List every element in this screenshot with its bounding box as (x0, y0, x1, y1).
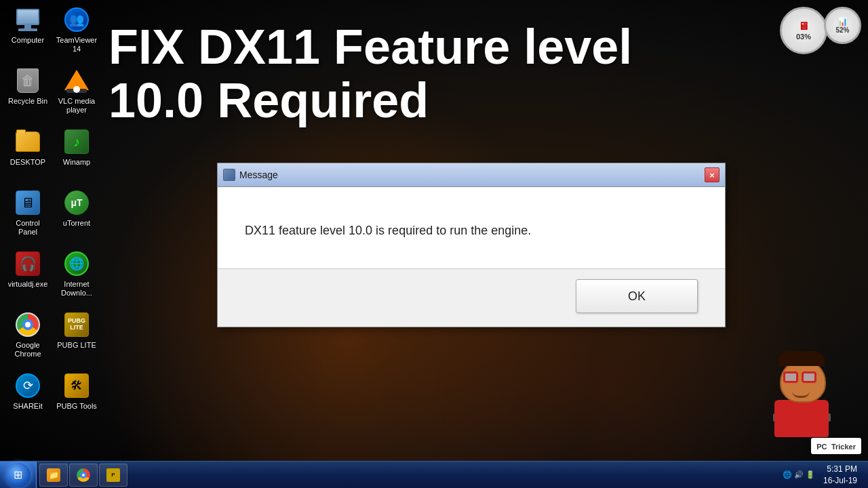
dialog-titlebar: Message × (218, 163, 725, 187)
icon-internet-dl-label: Internet Downlo... (55, 280, 98, 298)
icon-utorrent-label: uTorrent (63, 219, 90, 228)
icon-winamp[interactable]: ♪ Winamp (52, 125, 101, 186)
dialog-message-text: DX11 feature level 10.0 is required to r… (245, 222, 531, 239)
message-dialog: Message × DX11 feature level 10.0 is req… (217, 163, 726, 327)
taskbar: 📁 P 🌐 🔊 🔋 5:31 PM 16-Jul-19 (0, 461, 868, 488)
dialog-title-icon (223, 169, 235, 181)
icon-chrome-label: Google Chrome (6, 341, 50, 359)
start-button[interactable] (0, 462, 37, 489)
taskbar-items: 📁 P (37, 464, 777, 487)
pc-tricker-label: Tricker (831, 443, 856, 451)
icon-pubg-lite-label: PUBG LITE (57, 341, 96, 350)
icon-virtualdj-label: virtualdj.exe (8, 280, 48, 289)
tray-network-icon: 🌐 (783, 470, 792, 479)
desktop-icons: Computer 👥 TeamViewer 14 🗑 Recycle Bin V… (3, 3, 101, 430)
title-line1: FIX DX11 Feature level (108, 20, 632, 74)
icon-computer[interactable]: Computer (3, 3, 52, 64)
icon-control-panel[interactable]: 🖥 Control Panel (3, 186, 52, 247)
icon-virtualdj[interactable]: 🎧 virtualdj.exe (3, 247, 52, 308)
explorer-icon: 📁 (47, 468, 60, 482)
pc-tricker-mascot: PC Tricker (766, 346, 861, 454)
taskbar-clock: 5:31 PM 16-Jul-19 (818, 464, 863, 487)
tray-icons: 🌐 🔊 🔋 (783, 470, 815, 479)
start-orb (6, 463, 31, 487)
icon-shareit[interactable]: ⟳ SHAREit (3, 369, 52, 430)
icon-vlc[interactable]: VLC media player (52, 64, 101, 125)
taskbar-item-chrome[interactable] (69, 464, 98, 487)
taskbar-item-explorer[interactable]: 📁 (39, 464, 68, 487)
icon-control-panel-label: Control Panel (6, 219, 50, 237)
dialog-ok-button[interactable]: OK (576, 279, 698, 313)
cpu-gauge-right: 📊 52% (824, 7, 861, 44)
icon-desktop-label: DESKTOP (10, 158, 45, 167)
dialog-title-text: Message (239, 169, 278, 180)
icon-winamp-label: Winamp (63, 158, 90, 167)
taskbar-item-pubg[interactable]: P (99, 464, 127, 487)
clock-date: 16-Jul-19 (823, 475, 857, 487)
icon-recycle-bin[interactable]: 🗑 Recycle Bin (3, 64, 52, 125)
cpu-percent: 03% (796, 33, 811, 41)
cpu-meter-widget: 🖥 03% 📊 52% (780, 7, 861, 61)
title-line2: 10.0 Required (108, 74, 632, 127)
icon-pubg-tools[interactable]: 🛠 PUBG Tools (52, 369, 101, 430)
tray-volume-icon: 🔊 (794, 470, 804, 479)
pubg-taskbar-icon: P (106, 468, 120, 482)
chrome-taskbar-icon (77, 468, 90, 482)
cpu-gauge-left: 🖥 03% (780, 7, 827, 54)
dialog-footer: OK (218, 268, 725, 327)
dialog-body: DX11 feature level 10.0 is required to r… (218, 187, 725, 268)
icon-desktop[interactable]: DESKTOP (3, 125, 52, 186)
icon-teamviewer-label: TeamViewer 14 (55, 36, 98, 54)
tutorial-title: FIX DX11 Feature level 10.0 Required (108, 20, 632, 127)
clock-time: 5:31 PM (823, 464, 857, 475)
mem-percent: 52% (835, 26, 849, 34)
icon-vlc-label: VLC media player (55, 97, 98, 115)
system-tray: 🌐 🔊 🔋 5:31 PM 16-Jul-19 (777, 464, 868, 487)
icon-shareit-label: SHAREit (13, 402, 42, 411)
icon-pubg-tools-label: PUBG Tools (56, 402, 97, 411)
icon-computer-label: Computer (12, 36, 44, 45)
icon-utorrent[interactable]: μT uTorrent (52, 186, 101, 247)
tray-battery-icon: 🔋 (806, 470, 815, 479)
icon-teamviewer[interactable]: 👥 TeamViewer 14 (52, 3, 101, 64)
icon-chrome[interactable]: Google Chrome (3, 308, 52, 369)
dialog-close-button[interactable]: × (705, 167, 719, 182)
icon-internet-download[interactable]: 🌐 Internet Downlo... (52, 247, 101, 308)
icon-pubg-lite[interactable]: PUBGLITE PUBG LITE (52, 308, 101, 369)
icon-recycle-label: Recycle Bin (8, 97, 47, 106)
